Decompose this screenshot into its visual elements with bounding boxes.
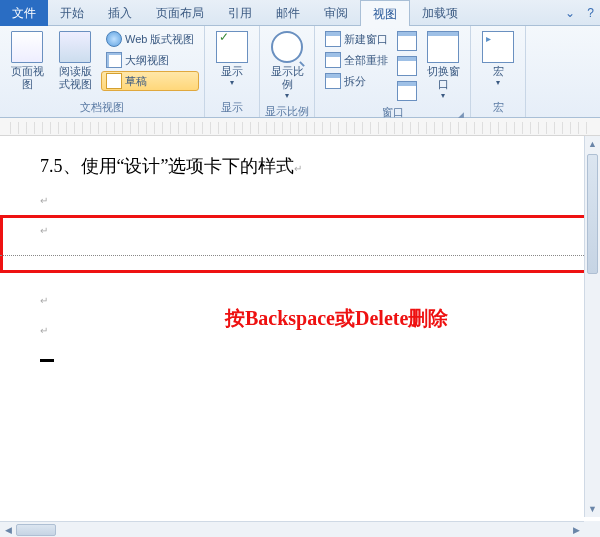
read-view-button[interactable]: 阅读版式视图 <box>52 28 98 94</box>
show-label: 显示 <box>221 65 243 78</box>
page-break-line <box>0 255 600 256</box>
new-window-button[interactable]: 新建窗口 <box>320 29 393 49</box>
switch-window-icon <box>427 31 459 63</box>
horizontal-ruler[interactable] <box>0 118 600 136</box>
chevron-down-icon: ▾ <box>441 91 445 100</box>
read-view-icon <box>59 31 91 63</box>
arrange-all-icon <box>325 52 341 68</box>
horizontal-scrollbar[interactable]: ◀ ▶ <box>0 521 584 537</box>
switch-window-button[interactable]: 切换窗口 ▾ <box>420 28 466 103</box>
tab-page-layout[interactable]: 页面布局 <box>144 0 216 26</box>
group-document-views-label: 文档视图 <box>4 99 200 117</box>
macros-icon <box>482 31 514 63</box>
reset-window-icon[interactable] <box>397 81 417 101</box>
group-macros: 宏 ▾ 宏 <box>471 26 526 117</box>
group-zoom: 显示比例 ▾ 显示比例 <box>260 26 315 117</box>
web-view-icon <box>106 31 122 47</box>
macros-button[interactable]: 宏 ▾ <box>475 28 521 90</box>
paragraph-mark <box>40 192 560 208</box>
draft-view-label: 草稿 <box>125 74 147 89</box>
scroll-left-icon[interactable]: ◀ <box>0 525 16 535</box>
compare-icon[interactable] <box>397 31 417 51</box>
new-window-icon <box>325 31 341 47</box>
group-macros-label: 宏 <box>475 99 521 117</box>
tab-review[interactable]: 审阅 <box>312 0 360 26</box>
read-view-label: 阅读版式视图 <box>54 65 96 91</box>
new-window-label: 新建窗口 <box>344 32 388 47</box>
tab-references[interactable]: 引用 <box>216 0 264 26</box>
draft-view-icon <box>106 73 122 89</box>
page-view-button[interactable]: 页面视图 <box>4 28 50 94</box>
annotation-highlight-box <box>0 215 600 273</box>
chevron-down-icon: ▾ <box>285 91 289 100</box>
zoom-button[interactable]: 显示比例 ▾ <box>264 28 310 103</box>
minimize-ribbon-icon[interactable]: ⌄ <box>559 6 581 20</box>
help-icon[interactable]: ? <box>581 6 600 20</box>
tab-home[interactable]: 开始 <box>48 0 96 26</box>
group-show-label: 显示 <box>209 99 255 117</box>
draft-view-button[interactable]: 草稿 <box>101 71 199 91</box>
web-view-button[interactable]: Web 版式视图 <box>101 29 199 49</box>
tab-file[interactable]: 文件 <box>0 0 48 26</box>
vertical-scrollbar[interactable]: ▲ ▼ <box>584 136 600 517</box>
scroll-right-icon[interactable]: ▶ <box>568 525 584 535</box>
show-button[interactable]: 显示 ▾ <box>209 28 255 90</box>
split-button[interactable]: 拆分 <box>320 71 393 91</box>
page-view-label: 页面视图 <box>6 65 48 91</box>
chevron-down-icon: ▾ <box>230 78 234 87</box>
outline-view-label: 大纲视图 <box>125 53 169 68</box>
web-view-label: Web 版式视图 <box>125 32 194 47</box>
tab-addins[interactable]: 加载项 <box>410 0 470 26</box>
text-cursor <box>40 359 54 362</box>
scroll-up-icon[interactable]: ▲ <box>585 136 600 152</box>
tab-mail[interactable]: 邮件 <box>264 0 312 26</box>
arrange-all-button[interactable]: 全部重排 <box>320 50 393 70</box>
ribbon-tabbar: 文件 开始 插入 页面布局 引用 邮件 审阅 视图 加载项 ⌄ ? <box>0 0 600 26</box>
chevron-down-icon: ▾ <box>496 78 500 87</box>
zoom-label: 显示比例 <box>266 65 308 91</box>
arrange-all-label: 全部重排 <box>344 53 388 68</box>
sync-scroll-icon[interactable] <box>397 56 417 76</box>
switch-window-label: 切换窗口 <box>422 65 464 91</box>
ribbon: 页面视图 阅读版式视图 Web 版式视图 大纲视图 草稿 <box>0 26 600 118</box>
zoom-icon <box>271 31 303 63</box>
scroll-corner <box>584 521 600 537</box>
group-show: 显示 ▾ 显示 <box>205 26 260 117</box>
outline-view-button[interactable]: 大纲视图 <box>101 50 199 70</box>
group-window: 新建窗口 全部重排 拆分 切换窗口 ▾ <box>315 26 471 117</box>
group-document-views: 页面视图 阅读版式视图 Web 版式视图 大纲视图 草稿 <box>0 26 205 117</box>
split-icon <box>325 73 341 89</box>
vscroll-thumb[interactable] <box>587 154 598 274</box>
tab-insert[interactable]: 插入 <box>96 0 144 26</box>
outline-view-icon <box>106 52 122 68</box>
hscroll-thumb[interactable] <box>16 524 56 536</box>
page-view-icon <box>11 31 43 63</box>
split-label: 拆分 <box>344 74 366 89</box>
document-heading: 7.5、使用“设计”选项卡下的样式↵ <box>40 154 560 178</box>
annotation-hint-text: 按Backspace或Delete删除 <box>225 305 448 332</box>
scroll-down-icon[interactable]: ▼ <box>585 501 600 517</box>
macros-label: 宏 <box>493 65 504 78</box>
show-icon <box>216 31 248 63</box>
tab-view[interactable]: 视图 <box>360 0 410 26</box>
